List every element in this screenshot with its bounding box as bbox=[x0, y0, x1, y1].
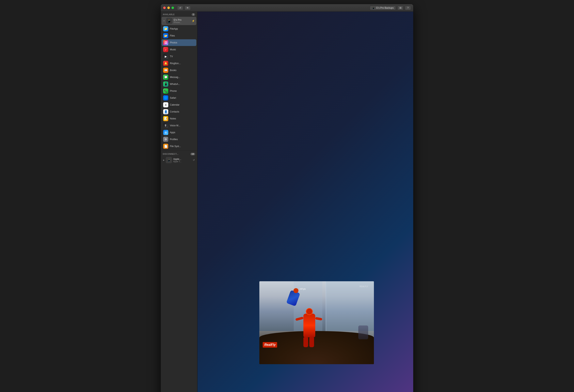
help-icon: ? bbox=[407, 6, 409, 9]
sidebar-item-files[interactable]: 📂 Files bbox=[162, 32, 196, 39]
realfly-brand-logo: RealFly bbox=[263, 342, 277, 348]
disconnected-section-header: DISCONNECT... 19 bbox=[161, 152, 197, 156]
app-label-tv: TV bbox=[170, 55, 173, 58]
usb-icon: ⚡ bbox=[192, 20, 195, 22]
photo-area: RealFly #iFlyb REALFLY › ▼ bbox=[198, 12, 413, 392]
device-name-button[interactable]: 📱 G's Pro Backups bbox=[370, 6, 396, 10]
disconnected-device-item[interactable]: ▶ 📱 Apple... Apple T... ↺ bbox=[162, 156, 196, 164]
sidebar-item-fileapp[interactable]: 📁 FileApp bbox=[162, 25, 196, 32]
add-device-button[interactable]: ⊞ bbox=[397, 6, 403, 10]
help-button[interactable]: ? bbox=[405, 6, 411, 10]
app-icon-contacts: 👤 bbox=[163, 109, 168, 114]
sidebar-item-voice[interactable]: 🎙 Voice M... bbox=[162, 122, 196, 129]
app-label-whatsapp: WhatsA... bbox=[170, 83, 180, 85]
titlebar-controls: ↺ 👁 bbox=[177, 6, 191, 10]
red-helmet bbox=[306, 308, 313, 315]
refresh-button[interactable]: ↺ bbox=[177, 6, 183, 10]
photo-main: RealFly #iFlyb REALFLY › bbox=[198, 12, 413, 392]
photo-display: RealFly #iFlyb REALFLY › bbox=[198, 12, 413, 392]
restore-icon: ↺ bbox=[193, 159, 195, 161]
apps-list: 📁 FileApp 📂 Files 🖼 Photos ♪ Music ▶ TV … bbox=[161, 25, 197, 150]
left-leg bbox=[303, 337, 308, 347]
available-count: 1 bbox=[192, 13, 195, 16]
app-label-photos: Photos bbox=[170, 41, 177, 44]
disconnected-label: DISCONNECT... bbox=[163, 153, 179, 155]
app-label-notes: Notes bbox=[170, 117, 176, 120]
app-label-voice: Voice M... bbox=[170, 124, 180, 127]
sidebar-item-whatsapp[interactable]: 📱 WhatsA... bbox=[162, 81, 196, 87]
sidebar-item-notes[interactable]: 📝 Notes bbox=[162, 115, 196, 122]
device-icon: 📱 bbox=[372, 6, 375, 9]
app-label-messages: Messag... bbox=[170, 76, 180, 78]
device-item[interactable]: ▼ 📱 G's Pro iPhone... ⚡ bbox=[162, 17, 196, 25]
bg-logo: REALFLY bbox=[359, 285, 368, 288]
eye-icon: 👁 bbox=[186, 6, 189, 9]
sidebar-item-profiles[interactable]: ⚙ Profiles bbox=[162, 136, 196, 143]
device-sub-text: iPhone... bbox=[174, 21, 191, 23]
sidebar-item-photos[interactable]: 🖼 Photos bbox=[162, 39, 196, 46]
sidebar-item-ringtones[interactable]: 🔔 Ringtton... bbox=[162, 60, 196, 67]
app-label-books: Books bbox=[170, 69, 176, 72]
titlebar-right: 📱 G's Pro Backups ⊞ ? bbox=[370, 6, 411, 10]
sidebar-item-tv[interactable]: ▶ TV bbox=[162, 53, 196, 60]
sidebar-divider bbox=[161, 151, 197, 151]
sidebar-item-music[interactable]: ♪ Music bbox=[162, 46, 196, 53]
app-icon-filesystem: 📄 bbox=[163, 144, 168, 149]
app-label-music: Music bbox=[170, 48, 176, 51]
app-icon-music: ♪ bbox=[163, 47, 168, 52]
device-name-text: G's Pro bbox=[174, 19, 191, 21]
main-content: AVAILABLE 1 ▼ 📱 G's Pro iPhone... ⚡ 📁 Fi… bbox=[161, 12, 413, 392]
skydive-photo: RealFly #iFlyb REALFLY bbox=[259, 281, 374, 364]
app-icon-books: 📖 bbox=[163, 68, 168, 73]
app-label-filesystem: File Syst... bbox=[170, 145, 181, 148]
device-icon-avatar: 📱 bbox=[166, 18, 172, 24]
disconnected-device-name: Apple... bbox=[173, 158, 192, 160]
sidebar-item-contacts[interactable]: 👤 Contacts bbox=[162, 108, 196, 115]
app-label-phone: Phone bbox=[170, 90, 177, 92]
expand-arrow-icon2: ▶ bbox=[163, 159, 164, 161]
app-icon-fileapp: 📁 bbox=[163, 26, 168, 31]
disconnected-count: 19 bbox=[190, 153, 195, 155]
hashtag-text: #iFlyb bbox=[299, 288, 306, 290]
app-label-safari: Safari bbox=[170, 97, 176, 99]
app-label-calendar: Calendar bbox=[170, 103, 180, 106]
blue-suit bbox=[286, 290, 300, 306]
minimize-button[interactable] bbox=[167, 6, 170, 9]
main-figure bbox=[299, 314, 319, 349]
app-icon-apps: ⊞ bbox=[163, 130, 168, 135]
sidebar-item-messages[interactable]: 💬 Messag... bbox=[162, 74, 196, 80]
sidebar-item-phone[interactable]: 📞 Phone bbox=[162, 88, 196, 94]
maximize-button[interactable] bbox=[171, 6, 174, 9]
app-label-ringtones: Ringtton... bbox=[170, 62, 181, 65]
disconnected-device-icon: 📱 bbox=[166, 157, 172, 163]
app-label-profiles: Profiles bbox=[170, 138, 178, 141]
app-icon-tv: ▶ bbox=[163, 54, 168, 59]
close-button[interactable] bbox=[163, 6, 166, 9]
app-icon-profiles: ⚙ bbox=[163, 137, 168, 142]
legs bbox=[303, 337, 315, 347]
app-icon-messages: 💬 bbox=[163, 75, 168, 80]
titlebar: ↺ 👁 📱 G's Pro Backups ⊞ ? bbox=[161, 4, 413, 12]
sidebar-item-safari[interactable]: 🌐 Safari bbox=[162, 95, 196, 101]
sidebar-item-filesystem[interactable]: 📄 File Syst... bbox=[162, 143, 196, 150]
app-icon-photos: 🖼 bbox=[163, 40, 168, 45]
preview-button[interactable]: 👁 bbox=[185, 6, 191, 10]
app-label-files: Files bbox=[170, 34, 175, 37]
sidebar-item-books[interactable]: 📖 Books bbox=[162, 67, 196, 74]
sidebar-item-apps[interactable]: ⊞ Apps bbox=[162, 129, 196, 136]
disconnected-device-info: Apple... Apple T... bbox=[173, 158, 192, 163]
device-sidebar: AVAILABLE 1 ▼ 📱 G's Pro iPhone... ⚡ 📁 Fi… bbox=[161, 12, 197, 392]
main-window: ↺ 👁 📱 G's Pro Backups ⊞ ? AVAILABLE 1 bbox=[161, 4, 413, 392]
add-icon: ⊞ bbox=[399, 6, 402, 9]
app-icon-files: 📂 bbox=[163, 33, 168, 38]
app-icon-calendar: 4 bbox=[163, 102, 168, 107]
disconnected-device-sub: Apple T... bbox=[173, 160, 192, 163]
device-name-label: G's Pro Backups bbox=[376, 6, 394, 9]
available-label: AVAILABLE bbox=[163, 13, 175, 16]
device-info: G's Pro iPhone... bbox=[174, 19, 191, 23]
available-section-header: AVAILABLE 1 bbox=[161, 12, 197, 17]
app-icon-phone: 📞 bbox=[163, 88, 168, 94]
sidebar-item-calendar[interactable]: 4 Calendar bbox=[162, 101, 196, 108]
app-icon-whatsapp: 📱 bbox=[163, 81, 168, 87]
red-suit-body bbox=[303, 314, 315, 337]
